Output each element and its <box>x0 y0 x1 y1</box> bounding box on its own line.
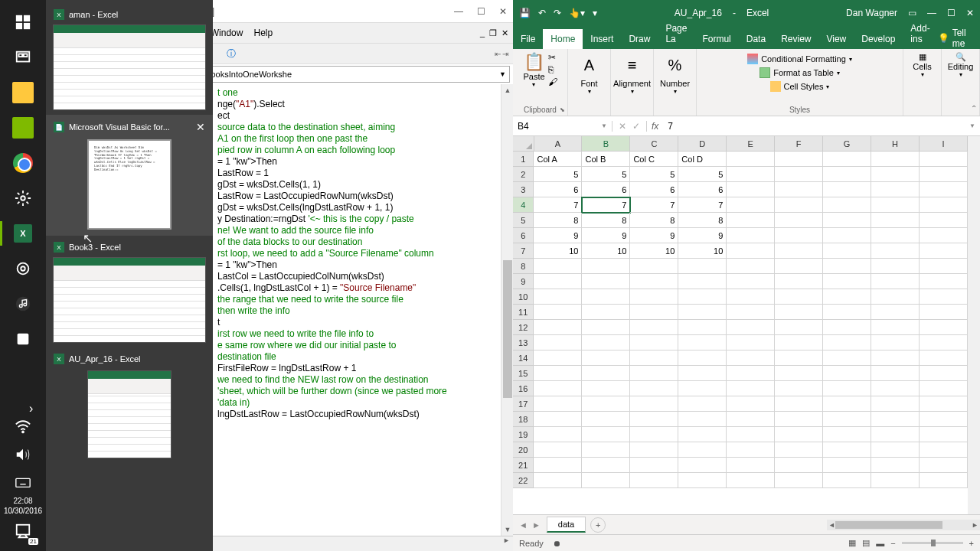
file-explorer-icon[interactable] <box>11 80 35 105</box>
zoom-slider[interactable] <box>902 542 963 544</box>
cell[interactable] <box>920 259 968 274</box>
scroll-up-arrow[interactable]: ▲ <box>501 84 514 96</box>
cell[interactable] <box>823 458 871 473</box>
cell[interactable] <box>775 412 823 427</box>
cell[interactable] <box>775 350 823 366</box>
cell[interactable] <box>871 167 920 182</box>
ribbon-group-number[interactable]: % Number ▾ <box>654 49 697 116</box>
cell[interactable] <box>920 350 968 366</box>
cell[interactable] <box>678 274 727 289</box>
cell[interactable] <box>775 289 823 305</box>
cell[interactable] <box>534 412 582 427</box>
cell[interactable] <box>534 320 582 335</box>
cell[interactable] <box>775 427 823 442</box>
row-header[interactable]: 7 <box>513 243 534 259</box>
mdi-restore-icon[interactable]: ❐ <box>489 28 497 38</box>
qat-customize-icon[interactable]: ▾ <box>593 8 597 18</box>
ribbon-tab-view[interactable]: View <box>818 29 854 49</box>
cell[interactable] <box>582 289 630 305</box>
cell[interactable] <box>775 335 823 350</box>
row-header[interactable]: 13 <box>513 335 534 350</box>
cell[interactable]: 8 <box>678 213 727 228</box>
cell[interactable] <box>823 213 871 228</box>
page-layout-view-icon[interactable]: ▤ <box>862 538 870 548</box>
cell[interactable] <box>678 289 727 305</box>
cell[interactable] <box>582 305 630 320</box>
save-icon[interactable]: 💾 <box>519 8 531 18</box>
paste-button[interactable]: 📋 Paste ▾ <box>523 52 544 88</box>
cell[interactable]: 10 <box>582 243 630 259</box>
cell-styles-button[interactable]: Cell Styles▾ <box>770 80 830 93</box>
cell[interactable] <box>775 458 823 473</box>
chrome-icon[interactable] <box>11 151 35 175</box>
cell[interactable] <box>727 458 775 473</box>
cell[interactable] <box>630 427 678 442</box>
cell[interactable]: 6 <box>678 182 727 197</box>
touch-mode-icon[interactable]: 👆▾ <box>569 8 585 18</box>
cell[interactable] <box>871 289 920 305</box>
cell[interactable] <box>727 274 775 289</box>
cell[interactable] <box>727 366 775 381</box>
cell[interactable] <box>775 243 823 259</box>
cut-icon[interactable]: ✂ <box>548 52 557 63</box>
cell[interactable] <box>582 350 630 366</box>
cell[interactable] <box>582 274 630 289</box>
cell[interactable] <box>727 350 775 366</box>
cell[interactable] <box>920 442 968 458</box>
keyboard-icon[interactable] <box>11 470 35 494</box>
cell[interactable]: 5 <box>534 167 582 182</box>
cell[interactable] <box>534 427 582 442</box>
row-header[interactable]: 21 <box>513 458 534 473</box>
cell[interactable]: 7 <box>534 197 582 213</box>
row-header[interactable]: 11 <box>513 305 534 320</box>
ribbon-tab-pagela[interactable]: Page La <box>658 18 694 49</box>
share-button[interactable]: 👤 <box>974 29 980 49</box>
row-header[interactable]: 16 <box>513 381 534 396</box>
start-button[interactable] <box>11 10 35 34</box>
column-header[interactable]: D <box>678 136 727 152</box>
ribbon-tab-insert[interactable]: Insert <box>583 29 621 49</box>
conditional-formatting-button[interactable]: Conditional Formatting▾ <box>747 52 852 66</box>
column-header[interactable]: B <box>582 136 630 152</box>
cell[interactable]: 7 <box>678 197 727 213</box>
system-clock[interactable]: 22:08 10/30/2016 <box>4 496 42 516</box>
cell[interactable] <box>871 427 920 442</box>
cell[interactable] <box>871 197 920 213</box>
cell[interactable] <box>678 396 727 412</box>
cell[interactable] <box>727 167 775 182</box>
cell[interactable] <box>823 473 871 488</box>
cell[interactable]: Col D <box>678 152 727 167</box>
cell[interactable] <box>920 274 968 289</box>
task-view-button[interactable] <box>11 45 35 70</box>
name-box[interactable]: B4▼ <box>513 121 612 132</box>
cell[interactable] <box>630 350 678 366</box>
column-header[interactable]: E <box>727 136 775 152</box>
cell[interactable] <box>727 473 775 488</box>
ribbon-tab-develop[interactable]: Develop <box>854 29 903 49</box>
cell[interactable] <box>871 381 920 396</box>
minimize-button[interactable]: — <box>454 6 463 17</box>
row-header[interactable]: 10 <box>513 289 534 305</box>
cell[interactable] <box>534 396 582 412</box>
cell[interactable] <box>871 228 920 243</box>
cell[interactable] <box>871 259 920 274</box>
cell-grid[interactable]: ABCDEFGHI1Col ACol BCol CCol D2555536666… <box>513 136 968 514</box>
menu-window[interactable]: Window <box>211 28 243 38</box>
cell[interactable] <box>920 335 968 350</box>
cell[interactable] <box>678 320 727 335</box>
cell[interactable] <box>823 305 871 320</box>
task-thumbnail[interactable]: XBook3 - Excel <box>46 236 213 347</box>
cell[interactable] <box>678 442 727 458</box>
minimize-button[interactable]: — <box>927 8 936 18</box>
ribbon-tab-home[interactable]: Home <box>543 29 583 49</box>
normal-view-icon[interactable]: ▦ <box>848 538 856 548</box>
cell[interactable] <box>871 243 920 259</box>
cell[interactable]: 9 <box>534 228 582 243</box>
cell[interactable] <box>871 320 920 335</box>
cell[interactable] <box>678 335 727 350</box>
format-as-table-button[interactable]: Format as Table▾ <box>760 66 840 80</box>
ribbon-tab-add-ins[interactable]: Add-ins <box>903 18 937 49</box>
cell[interactable] <box>920 152 968 167</box>
cell[interactable] <box>582 427 630 442</box>
cell[interactable]: 5 <box>582 167 630 182</box>
